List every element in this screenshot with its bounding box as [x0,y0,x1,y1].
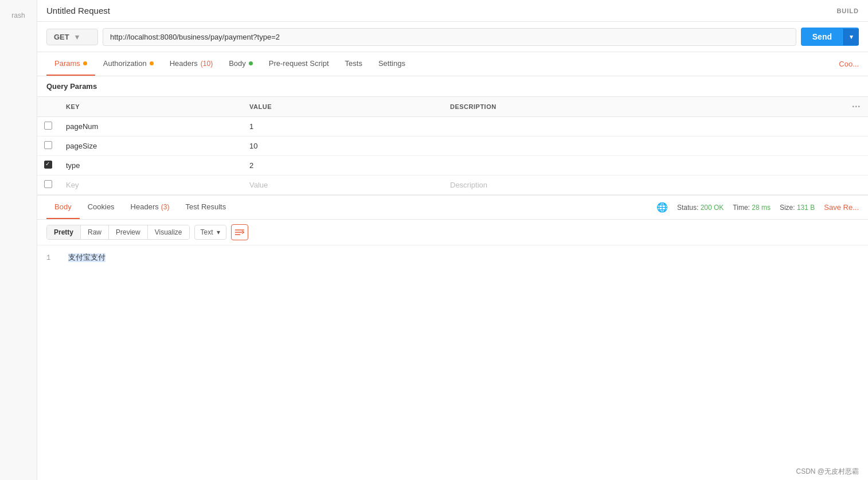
format-bar: Pretty Raw Preview Visualize Text ▾ [37,220,868,245]
row2-value[interactable]: 10 [243,136,443,156]
url-bar: GET ▾ Send ▾ [37,22,868,52]
send-dropdown-icon[interactable]: ▾ [843,29,859,45]
tab-body-label: Body [229,59,246,68]
response-line1-content: 支付宝支付 [68,253,105,262]
status-value: 200 OK [701,204,724,212]
line-number-1: 1 [46,254,64,262]
col-description: DESCRIPTION [443,97,845,117]
response-status-area: 🌐 Status: 200 OK Time: 28 ms Size: 131 B… [656,202,859,213]
tab-headers-label: Headers [170,59,198,68]
resp-tab-cookies-label: Cookies [88,202,115,211]
row3-more [845,156,868,175]
chevron-down-icon: ▾ [75,33,79,41]
tab-settings[interactable]: Settings [370,52,413,76]
row1-key[interactable]: pageNum [59,117,243,136]
request-title: Untitled Request [46,6,832,15]
cookies-link[interactable]: Coo... [839,60,859,68]
text-type-selector[interactable]: Text ▾ [194,225,226,240]
table-row: pageNum 1 [37,117,868,136]
table-row: pageSize 10 [37,136,868,156]
query-params-table: KEY VALUE DESCRIPTION ··· pageNum 1 [37,96,868,195]
method-selector[interactable]: GET ▾ [46,29,98,45]
globe-icon[interactable]: 🌐 [656,202,668,213]
col-key: KEY [59,97,243,117]
col-checkbox [37,97,59,117]
request-tabs: Params Authorization Headers (10) Body P… [37,52,868,76]
tab-headers[interactable]: Headers (10) [162,52,221,76]
table-row: type 2 [37,156,868,175]
resp-tab-body-label: Body [54,202,72,211]
params-dot [83,61,87,65]
tab-tests-label: Tests [345,59,362,68]
body-dot [249,61,253,65]
placeholder-value[interactable]: Value [243,175,443,195]
row2-key[interactable]: pageSize [59,136,243,156]
row1-checkbox[interactable] [44,122,52,130]
row3-value[interactable]: 2 [243,156,443,175]
tab-authorization-label: Authorization [103,59,147,68]
response-tabs: Body Cookies Headers (3) Test Results 🌐 … [37,196,868,220]
authorization-dot [150,61,154,65]
text-type-label: Text [201,228,213,236]
row1-description[interactable] [443,117,845,136]
save-response-button[interactable]: Save Re... [824,203,859,212]
row1-value[interactable]: 1 [243,117,443,136]
response-panel: Body Cookies Headers (3) Test Results 🌐 … [37,195,868,291]
row3-checkbox[interactable] [44,161,52,169]
url-input[interactable] [103,28,796,46]
view-format-group: Pretty Raw Preview Visualize [46,225,190,240]
preview-button[interactable]: Preview [109,225,148,239]
row2-more [845,136,868,156]
method-label: GET [54,33,69,41]
row3-key[interactable]: type [59,156,243,175]
tab-settings-label: Settings [378,59,405,68]
status-label: Status: 200 OK [677,204,724,212]
top-bar: Untitled Request BUILD [37,0,868,22]
send-button[interactable]: Send ▾ [801,28,859,46]
col-value: VALUE [243,97,443,117]
send-label: Send [801,28,843,46]
more-options-icon[interactable]: ··· [852,102,861,111]
col-more: ··· [845,97,868,117]
tab-body[interactable]: Body [221,52,261,76]
response-body-area: 1 支付宝支付 [37,245,868,291]
resp-tab-test-results[interactable]: Test Results [177,196,234,219]
resp-headers-badge: (3) [161,203,170,211]
placeholder-description[interactable]: Description [443,175,845,195]
pretty-button[interactable]: Pretty [47,225,81,239]
resp-tab-test-results-label: Test Results [185,202,226,211]
row3-description[interactable] [443,156,845,175]
resp-tab-cookies[interactable]: Cookies [80,196,123,219]
response-text-highlighted: 支付宝支付 [68,253,105,262]
tab-pre-request-label: Pre-request Script [269,59,329,68]
resp-tab-headers-label: Headers [131,202,159,211]
headers-badge: (10) [201,60,213,68]
row2-description[interactable] [443,136,845,156]
row2-checkbox[interactable] [44,141,52,149]
sidebar-label: rash [11,11,25,19]
tab-authorization[interactable]: Authorization [95,52,162,76]
size-value: 131 B [797,204,815,212]
wrap-icon [235,228,244,236]
resp-tab-headers[interactable]: Headers (3) [123,196,178,219]
size-label: Size: 131 B [780,204,815,212]
placeholder-checkbox[interactable] [44,180,52,188]
row1-more [845,117,868,136]
tab-pre-request[interactable]: Pre-request Script [261,52,337,76]
tab-params[interactable]: Params [46,52,95,76]
time-value: 28 ms [752,204,771,212]
raw-button[interactable]: Raw [81,225,109,239]
table-row-placeholder: Key Value Description [37,175,868,195]
visualize-button[interactable]: Visualize [148,225,189,239]
time-label: Time: 28 ms [733,204,771,212]
chevron-down-icon: ▾ [217,228,220,236]
left-sidebar: rash [0,0,37,291]
placeholder-key[interactable]: Key [59,175,243,195]
word-wrap-button[interactable] [231,224,248,240]
tab-tests[interactable]: Tests [337,52,370,76]
tab-params-label: Params [54,59,80,68]
resp-tab-body[interactable]: Body [46,196,80,219]
query-params-section-title: Query Params [37,76,868,96]
build-label: BUILD [836,7,859,14]
